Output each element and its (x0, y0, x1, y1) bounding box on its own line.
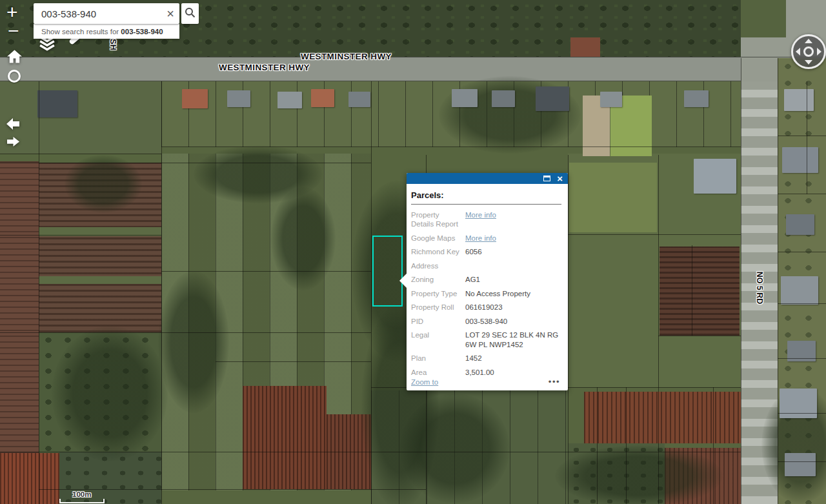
arrow-left-icon (6, 121, 20, 132)
more-info-link[interactable]: More info (465, 234, 496, 242)
field-row: Area 3,501.00 (411, 368, 561, 377)
field-row: Zoning AG1 (411, 275, 561, 284)
terrain-patch (0, 453, 59, 504)
pan-right-icon[interactable] (817, 48, 821, 55)
pan-center-icon[interactable] (803, 46, 814, 57)
close-icon[interactable]: × (557, 174, 563, 183)
building-roof (311, 89, 334, 107)
field-row: Property Type No Access Property (411, 289, 561, 298)
map-viewport[interactable]: WESTMINSTER HWY WESTMINSTER HWY SH NO 5 … (0, 0, 826, 504)
field-row: PID 003-538-940 (411, 317, 561, 326)
search-button[interactable] (181, 3, 199, 24)
terrain-patch (741, 0, 786, 37)
building-roof (786, 214, 814, 235)
parcel-line (216, 361, 371, 362)
pan-up-icon[interactable] (805, 39, 812, 43)
parcel-line (778, 252, 826, 252)
building-roof (684, 90, 709, 107)
search-input[interactable] (34, 3, 179, 24)
parcel-line (568, 234, 741, 235)
parcel-line (778, 136, 826, 136)
parcel-line (0, 235, 161, 236)
popup-body: Property Details Report More info Google… (407, 205, 568, 377)
parcel-line (161, 81, 162, 504)
field-row: Address (411, 261, 561, 270)
building-roof (600, 92, 622, 107)
popup-title: Parcels: (407, 184, 568, 204)
field-row: Property Details Report More info (411, 210, 561, 229)
pan-compass[interactable] (791, 34, 826, 69)
road-label-no5-rd: NO 5 RD (755, 265, 764, 310)
parcel-line (626, 387, 627, 504)
more-actions-button[interactable]: ••• (549, 379, 560, 385)
terrain-patch (660, 247, 740, 336)
selected-parcel-outline[interactable] (372, 236, 403, 307)
building-roof (182, 89, 208, 108)
parcel-line (371, 81, 372, 504)
locate-icon (8, 70, 21, 83)
field-row: Richmond Key 6056 (411, 247, 561, 256)
terrain-patch (243, 386, 327, 489)
search-suggestion[interactable]: Show search results for 003-538-940 (34, 24, 179, 39)
field-row: Legal LOT 29 SEC 12 BLK 4N RG 6W PL NWP1… (411, 330, 561, 349)
zoom-in-button[interactable]: + (6, 3, 18, 22)
terrain-patch (0, 57, 826, 81)
parcel-line (778, 303, 826, 304)
parcel-line (0, 57, 826, 57)
terrain-patch (569, 163, 657, 232)
tree-canopy (400, 394, 510, 503)
building-roof (452, 89, 478, 107)
parcel-line (713, 387, 714, 504)
parcel-line (778, 413, 826, 414)
building-roof (781, 276, 818, 305)
maximize-icon[interactable] (543, 176, 550, 181)
pan-down-icon[interactable] (805, 60, 812, 65)
arrow-right-icon (7, 137, 19, 148)
parcel-line (778, 194, 826, 194)
locate-button[interactable] (8, 70, 21, 83)
tree-canopy (555, 445, 723, 504)
search-box[interactable]: × (34, 3, 179, 24)
parcel-line (39, 81, 39, 504)
scale-text: 100m (72, 490, 91, 498)
building-roof (277, 92, 302, 108)
parcel-line (0, 81, 741, 81)
tree-canopy (52, 326, 168, 461)
parcel-line (39, 489, 426, 490)
search-icon (185, 7, 196, 21)
home-icon (6, 55, 23, 66)
popup-footer: Zoom to ••• (411, 378, 560, 386)
building-roof (780, 388, 817, 418)
popup-header: × (407, 173, 568, 184)
field-row: Google Maps More info (411, 234, 561, 243)
previous-extent-button[interactable] (6, 118, 20, 132)
suggestion-prefix: Show search results for (41, 28, 121, 35)
next-extent-button[interactable] (7, 137, 19, 149)
parcel-line (692, 245, 692, 336)
parcel-line (0, 163, 371, 163)
home-button[interactable] (6, 48, 23, 67)
terrain-patch (570, 37, 600, 57)
parcel-popup: × Parcels: Property Details Report More … (407, 173, 568, 390)
zoom-out-button[interactable]: − (8, 21, 19, 41)
parcel-line (597, 387, 598, 504)
pan-left-icon[interactable] (796, 48, 800, 55)
suggestion-term: 003-538-940 (121, 28, 163, 35)
building-roof (785, 453, 816, 476)
parcel-line (0, 154, 161, 154)
field-row: Property Roll 061619023 (411, 303, 561, 312)
road-label-westminster-hwy-west: WESTMINSTER HWY (219, 63, 310, 72)
clear-search-icon[interactable]: × (166, 6, 174, 21)
field-row: Plan 1452 (411, 354, 561, 363)
tree-canopy (158, 271, 229, 413)
zoom-to-link[interactable]: Zoom to (411, 378, 438, 386)
building-roof (227, 90, 250, 107)
more-info-link[interactable]: More info (465, 211, 496, 219)
parcel-line (0, 332, 371, 333)
parcel-line (807, 81, 807, 194)
tree-canopy (65, 155, 142, 213)
parcel-line (0, 452, 741, 452)
building-roof (784, 89, 814, 111)
building-roof (348, 92, 370, 107)
terrain-patch (0, 81, 161, 154)
